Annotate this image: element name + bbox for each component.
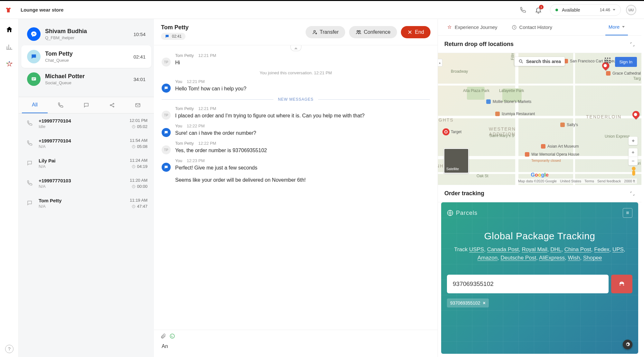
apps-grid-icon[interactable] <box>605 58 611 63</box>
help-icon[interactable]: ? <box>5 345 14 353</box>
phone-icon <box>25 139 34 148</box>
history-time: 11:19 AM <box>130 198 147 203</box>
status-dot <box>555 9 558 11</box>
history-item[interactable]: +19997770103N/A11:20 AM00:00 <box>19 173 154 193</box>
map-expand-tab[interactable]: ▸ <box>438 59 442 67</box>
svg-point-20 <box>170 334 175 338</box>
app-logo <box>5 7 12 13</box>
message-sender: Tom Petty <box>175 141 194 146</box>
history-item[interactable]: Tom PettyN/A11:19 AM47:47 <box>19 193 154 213</box>
parcels-description: Track USPS, Canada Post, Royal Mail, DHL… <box>447 245 632 262</box>
chevron-down-icon <box>622 26 625 28</box>
contact-item[interactable]: Shivam Budhia Q_FBM_ihelper 10:54 <box>21 23 151 45</box>
svg-point-7 <box>113 103 114 104</box>
expand-icon[interactable] <box>630 191 635 196</box>
message-text: Seems like your order will be delivered … <box>175 177 306 184</box>
tracking-chip[interactable]: 937069355102 × <box>447 298 489 307</box>
pegman-icon[interactable] <box>629 166 638 177</box>
satellite-toggle[interactable]: Satellite <box>444 148 469 173</box>
history-name: +19997770103 <box>39 178 130 183</box>
history-tab-phone[interactable] <box>48 97 73 113</box>
phone-icon[interactable] <box>519 6 527 14</box>
message-input[interactable] <box>160 341 431 352</box>
chat-icon <box>162 84 171 93</box>
svg-point-6 <box>110 105 111 106</box>
contact-name: Shivam Budhia <box>45 28 133 35</box>
chat-icon <box>27 50 41 63</box>
chat-icon <box>25 198 34 207</box>
expand-icon[interactable] <box>630 42 635 47</box>
history-item[interactable]: +19997770104N/A11:54 AM05:08 <box>19 133 154 153</box>
svg-rect-3 <box>32 77 36 80</box>
message-row: You12:21 PMHello Tom! how can i help you… <box>162 79 430 93</box>
conference-button[interactable]: Conference <box>349 26 397 38</box>
nav-analytics-icon[interactable] <box>5 43 14 51</box>
history-tab-all[interactable]: All <box>22 97 48 113</box>
history-tab-social[interactable] <box>99 97 125 113</box>
attach-icon[interactable] <box>160 333 166 339</box>
contact-item[interactable]: Tom Petty Chat_Queue 02:41 <box>21 45 151 68</box>
target-marker[interactable] <box>442 128 450 135</box>
tracking-input[interactable] <box>447 275 609 293</box>
transfer-button[interactable]: Transfer <box>306 26 345 38</box>
svg-point-17 <box>359 30 360 32</box>
history-tab-chat[interactable] <box>73 97 99 113</box>
history-duration: 05:02 <box>129 124 147 129</box>
user-avatar[interactable]: UU <box>626 5 636 15</box>
tracking-search-button[interactable] <box>611 275 632 293</box>
map-widget[interactable]: Broadway Alta Plaza Park Lafayette Park … <box>438 53 641 185</box>
message-row: TPTom Petty12:21 PMI placed an order and… <box>162 106 430 120</box>
history-time: 12:01 PM <box>129 118 147 123</box>
tab-experience-journey[interactable]: Experience Journey <box>444 19 501 35</box>
contact-name: Tom Petty <box>45 50 133 58</box>
message-sender: Tom Petty <box>175 106 194 111</box>
chat-timer-value: 02:41 <box>172 34 182 39</box>
message-text: I placed an order and I'm trying to figu… <box>175 112 365 119</box>
svg-point-1 <box>6 63 7 64</box>
nav-star-icon[interactable] <box>5 60 14 69</box>
svg-point-0 <box>9 61 10 62</box>
chevron-down-icon <box>613 9 615 11</box>
contact-timer: 34:01 <box>133 77 146 82</box>
history-name: Lily Pai <box>39 158 130 163</box>
availability-pill[interactable]: Available 14:46 <box>550 4 621 16</box>
map-search-pill[interactable]: Search this area <box>515 57 565 66</box>
message-text: Perfect! Give me just a few seconds <box>175 164 306 171</box>
availability-label: Available <box>562 7 600 13</box>
svg-point-23 <box>632 167 636 170</box>
history-tab-email[interactable] <box>125 97 151 113</box>
contact-queue: Chat_Queue <box>45 58 133 63</box>
contact-queue: Q_FBM_ihelper <box>45 35 133 40</box>
contact-queue: Social_Queue <box>45 80 133 85</box>
map-zoom-control[interactable]: +− <box>629 148 638 165</box>
svg-point-16 <box>357 30 358 32</box>
messenger-icon <box>27 27 41 41</box>
tab-more[interactable]: More <box>605 19 628 35</box>
close-icon[interactable]: × <box>483 300 485 306</box>
history-sub: Idle <box>39 124 129 129</box>
end-button[interactable]: End <box>401 26 431 38</box>
map-signin-button[interactable]: Sign In <box>615 57 637 67</box>
history-sub: N/A <box>39 204 130 209</box>
message-time: 12:22 PM <box>187 124 205 128</box>
history-item[interactable]: Lily PaiN/A11:24 AM04:19 <box>19 153 154 173</box>
whatsapp-icon[interactable] <box>169 333 175 339</box>
google-logo: Google <box>531 172 548 178</box>
chat-icon <box>25 159 34 168</box>
gear-icon[interactable] <box>623 340 632 349</box>
history-name: Tom Petty <box>39 198 130 203</box>
contact-timer: 10:54 <box>133 32 146 37</box>
message-time: 12:21 PM <box>187 79 205 84</box>
nav-home-icon[interactable] <box>5 25 14 34</box>
collapse-handle[interactable] <box>290 45 301 51</box>
parcels-widget: Parcels ≡ Global Package Tracking Track … <box>441 202 638 354</box>
parcels-logo: Parcels <box>447 210 478 216</box>
contact-item[interactable]: Michael Potter Social_Queue 34:01 <box>21 68 151 90</box>
map-locate-button[interactable]: ⌖ <box>629 137 638 145</box>
tab-contact-history[interactable]: Contact History <box>508 19 556 35</box>
contact-name: Michael Potter <box>45 73 133 80</box>
svg-point-15 <box>314 30 315 32</box>
parcels-menu-icon[interactable]: ≡ <box>623 208 632 218</box>
history-item[interactable]: +19997770104Idle12:01 PM05:02 <box>19 114 154 133</box>
notifications-icon[interactable]: 1 <box>535 6 542 14</box>
